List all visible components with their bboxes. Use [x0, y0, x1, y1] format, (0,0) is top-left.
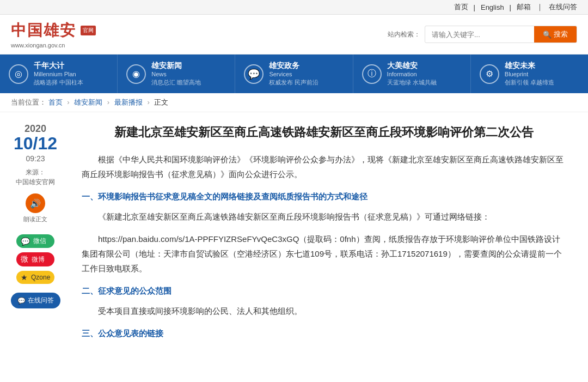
header: 中国雄安 官网 www.xiongan.gov.cn 站内检索： 🔍 搜索 — [0, 15, 588, 54]
breadcrumb-sep-2: › — [107, 98, 112, 106]
nav-icon-millennium: ◎ — [9, 64, 28, 84]
article-para-2: 《新建北京至雄安新区至商丘高速铁路雄安新区至商丘段环境影响报告书（征求意见稿）》… — [82, 209, 566, 224]
breadcrumb-label: 当前位置： — [11, 98, 46, 106]
nav-icon-information: ⓘ — [362, 64, 382, 84]
share-buttons: 💬 微信 微 微博 ★ Qzone — [11, 234, 60, 284]
article-para-3: https://pan.baidu.com/s/1A-PPFFYIZRSeFYv… — [82, 232, 566, 276]
breadcrumb-current: 正文 — [154, 98, 168, 106]
nav-cn-5: 雄安未来 — [505, 61, 554, 71]
section-title-2: 二、征求意见的公众范围 — [82, 283, 566, 298]
search-area: 站内检索： 🔍 搜索 — [388, 26, 577, 43]
nav-item-blueprint[interactable]: ⚙ 雄安未来 Blueprint 创新引领 卓越缔造 — [471, 54, 588, 93]
nav-icon-news: ◉ — [126, 64, 146, 84]
section-title-3: 三、公众意见表的链接 — [82, 326, 566, 341]
nav-bar: ◎ 千年大计 Millennium Plan 战略选择 中国柱本 ◉ 雄安新闻 … — [0, 54, 588, 93]
online-answer-label: 在线问答 — [28, 296, 54, 305]
english-link[interactable]: English — [481, 3, 504, 11]
mailbox-link[interactable]: 邮箱 — [517, 2, 531, 12]
nav-en-2: News — [151, 71, 201, 77]
weibo-label: 微博 — [32, 255, 45, 264]
logo-block: 中国雄安 官网 www.xiongan.gov.cn — [11, 20, 96, 48]
nav-sub-3: 权威发布 民声前沿 — [269, 78, 318, 87]
date-md: 10/12 — [14, 135, 57, 152]
breadcrumb-sep-1: › — [67, 98, 71, 106]
sidebar: 2020 10/12 09:23 来源： 中国雄安官网 🔊 朗读正文 💬 微信 … — [11, 118, 60, 382]
search-button[interactable]: 🔍 搜索 — [534, 26, 577, 43]
breadcrumb-latest[interactable]: 最新播报 — [114, 98, 143, 106]
logo-cn: 中国雄安 — [11, 20, 76, 41]
article-body: 根据《中华人民共和国环境影响评价法》《环境影响评价公众参与办法》，现将《新建北京… — [82, 152, 566, 341]
search-btn-label: 搜索 — [554, 29, 568, 39]
nav-cn-4: 大美雄安 — [387, 61, 437, 71]
article-para-1: 根据《中华人民共和国环境影响评价法》《环境影响评价公众参与办法》，现将《新建北京… — [82, 152, 566, 181]
nav-en-3: Services — [269, 71, 318, 77]
weibo-icon: 微 — [21, 254, 28, 264]
separator-3: ｜ — [536, 2, 543, 12]
nav-text-information: 大美雄安 Information 天蓝地绿 水城共融 — [387, 61, 437, 87]
logo-area: 中国雄安 官网 www.xiongan.gov.cn — [11, 20, 96, 48]
share-weibo[interactable]: 微 微博 — [16, 252, 54, 266]
date-time: 09:23 — [26, 154, 45, 163]
source: 来源： 中国雄安官网 — [16, 167, 55, 187]
chat-icon: 💬 — [17, 297, 26, 305]
nav-text-blueprint: 雄安未来 Blueprint 创新引领 卓越缔造 — [505, 61, 554, 87]
listen-label: 朗读正文 — [23, 215, 47, 223]
main-layout: 2020 10/12 09:23 来源： 中国雄安官网 🔊 朗读正文 💬 微信 … — [0, 118, 588, 382]
nav-text-news: 雄安新闻 News 消息总汇 瞻望高地 — [151, 61, 201, 87]
nav-item-news[interactable]: ◉ 雄安新闻 News 消息总汇 瞻望高地 — [118, 54, 235, 93]
search-input[interactable] — [425, 27, 534, 42]
nav-item-millennium-plan[interactable]: ◎ 千年大计 Millennium Plan 战略选择 中国柱本 — [0, 54, 118, 93]
article: 新建北京至雄安新区至商丘高速铁路雄安新区至商丘段环境影响评价第二次公告 根据《中… — [71, 118, 577, 382]
share-qzone[interactable]: ★ Qzone — [16, 271, 54, 284]
nav-en-4: Information — [387, 71, 437, 77]
home-link[interactable]: 首页 — [454, 2, 468, 12]
online-qa-link-top[interactable]: 在线问答 — [549, 2, 577, 12]
source-name: 中国雄安官网 — [16, 178, 55, 186]
online-answer-button[interactable]: 💬 在线问答 — [11, 293, 60, 308]
weixin-icon: 💬 — [21, 237, 30, 246]
top-bar: 首页 | English | 邮箱 ｜ 在线问答 — [0, 0, 588, 15]
search-box: 🔍 搜索 — [425, 26, 577, 43]
nav-text-services: 雄安政务 Services 权威发布 民声前沿 — [269, 61, 318, 87]
nav-item-information[interactable]: ⓘ 大美雄安 Information 天蓝地绿 水城共融 — [353, 54, 471, 93]
qzone-icon: ★ — [21, 273, 28, 282]
breadcrumb: 当前位置： 首页 › 雄安新闻 › 最新播报 › 正文 — [0, 93, 588, 112]
nav-cn-3: 雄安政务 — [269, 61, 318, 71]
breadcrumb-news[interactable]: 雄安新闻 — [74, 98, 102, 106]
separator-2: | — [510, 3, 511, 11]
search-icon: 🔍 — [543, 31, 552, 39]
nav-icon-services: 💬 — [244, 64, 264, 84]
listen-button[interactable]: 🔊 朗读正文 — [23, 193, 47, 223]
article-para-4: 受本项目直接或间接环境影响的公民、法人和其他组织。 — [82, 304, 566, 318]
section-title-1: 一、环境影响报告书征求意见稿全文的网络链接及查阅纸质报告书的方式和途径 — [82, 189, 566, 204]
qzone-label: Qzone — [31, 274, 50, 281]
nav-icon-blueprint: ⚙ — [480, 64, 499, 84]
weixin-label: 微信 — [33, 237, 46, 246]
nav-en-1: Millennium Plan — [34, 71, 83, 77]
breadcrumb-home[interactable]: 首页 — [48, 98, 63, 106]
date-year: 2020 — [24, 123, 46, 135]
nav-text-millennium: 千年大计 Millennium Plan 战略选择 中国柱本 — [34, 61, 83, 87]
share-weixin[interactable]: 💬 微信 — [16, 234, 54, 248]
logo-badge: 官网 — [81, 26, 96, 35]
nav-item-services[interactable]: 💬 雄安政务 Services 权威发布 民声前沿 — [235, 54, 353, 93]
logo-url: www.xiongan.gov.cn — [11, 42, 96, 48]
nav-sub-1: 战略选择 中国柱本 — [34, 78, 83, 87]
nav-sub-5: 创新引领 卓越缔造 — [505, 78, 554, 87]
separator-1: | — [474, 3, 475, 11]
source-label: 来源： — [26, 168, 45, 176]
article-title: 新建北京至雄安新区至商丘高速铁路雄安新区至商丘段环境影响评价第二次公告 — [82, 123, 566, 141]
nav-sub-2: 消息总汇 瞻望高地 — [151, 78, 201, 87]
nav-en-5: Blueprint — [505, 71, 554, 77]
breadcrumb-sep-3: › — [147, 98, 151, 106]
nav-cn-1: 千年大计 — [34, 61, 83, 71]
nav-sub-4: 天蓝地绿 水城共融 — [387, 78, 437, 87]
nav-cn-2: 雄安新闻 — [151, 61, 201, 71]
listen-icon: 🔊 — [26, 193, 45, 213]
search-label: 站内检索： — [388, 30, 420, 39]
